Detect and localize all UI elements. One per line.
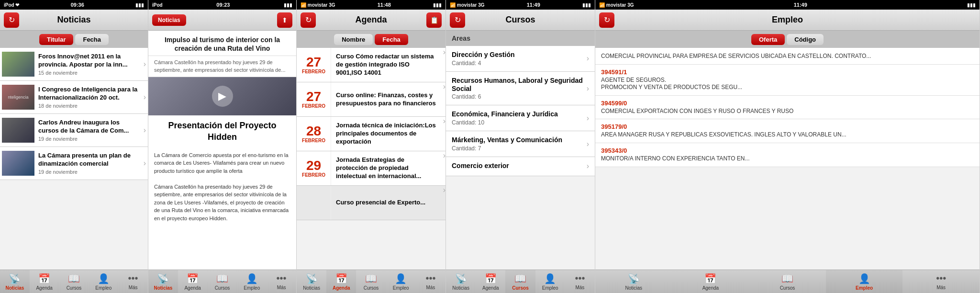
tab-agenda-3[interactable]: 📅 Agenda bbox=[326, 270, 356, 293]
tab-mas-5[interactable]: ••• Más bbox=[902, 270, 980, 293]
area-content-5: Comercio exterior bbox=[452, 162, 587, 171]
area-item-1[interactable]: Dirección y Gestión Cantidad: 4 › bbox=[446, 46, 595, 72]
tab-label-cursos-3: Cursos bbox=[364, 285, 379, 291]
tab-agenda-5[interactable]: 📅 Agenda bbox=[672, 270, 749, 293]
area-item-4[interactable]: Márketing, Ventas y Comunicación Cantida… bbox=[446, 131, 595, 157]
filter-nombre-button[interactable]: Nombre bbox=[334, 34, 373, 45]
news-content-2: I Congreso de Inteligencia para la Inter… bbox=[38, 86, 142, 109]
empleo-title-5: MONITOR/A INTERNO CON EXPERIENCIA TANTO … bbox=[601, 155, 974, 163]
tab-label-mas-4: Más bbox=[575, 285, 584, 290]
news-item-2[interactable]: nteligencia I Congreso de Inteligencia p… bbox=[0, 81, 148, 114]
status-bar-2: iPod 09:23 ▮▮▮ bbox=[148, 0, 296, 10]
share-icon[interactable]: ⬆ bbox=[277, 12, 292, 28]
empleo-item-2[interactable]: 394591/1 AGENTE DE SEGUROS. PROMOCION Y … bbox=[595, 65, 980, 96]
chevron-icon-3: › bbox=[144, 126, 146, 135]
news-title-2: I Congreso de Inteligencia para la Inter… bbox=[38, 86, 142, 102]
empleo-item-3[interactable]: 394599/0 COMERCIAL EXPORTACION CON INGES… bbox=[595, 96, 980, 120]
filter-oferta-button[interactable]: Oferta bbox=[751, 34, 785, 45]
news-item-4[interactable]: La Cámara presenta un plan de dinamizaci… bbox=[0, 147, 148, 180]
tab-empleo-1[interactable]: 👤 Empleo bbox=[89, 270, 118, 293]
agenda-item-2[interactable]: 27 FEBRERO Curso online: Finanzas, coste… bbox=[297, 82, 445, 117]
news-date-1: 15 de noviembre bbox=[38, 70, 142, 76]
tab-noticias-3[interactable]: 📡 Noticias bbox=[297, 270, 326, 293]
tab-empleo-3[interactable]: 👤 Empleo bbox=[386, 270, 416, 293]
agenda-item-5[interactable]: Curso presencial de Experto... › bbox=[297, 186, 445, 220]
area-name-3: Económica, Financiera y Jurídica bbox=[452, 110, 587, 118]
tab-icon-empleo-3: 👤 bbox=[395, 273, 407, 284]
calendar-icon-btn[interactable]: 📋 bbox=[426, 12, 442, 28]
refresh-icon-5[interactable]: ↻ bbox=[599, 12, 614, 28]
area-item-2[interactable]: Recursos Humanos, Laboral y Seguridad So… bbox=[446, 72, 595, 106]
tab-cursos-4[interactable]: 📖 Cursos bbox=[505, 270, 535, 293]
agenda-item-1[interactable]: 27 FEBRERO Curso Cómo redactar un sistem… bbox=[297, 48, 445, 82]
tab-empleo-2[interactable]: 👤 Empleo bbox=[237, 270, 267, 293]
empleo-item-4[interactable]: 395179/0 AREA MANAGER RUSA Y REPUBLICAS … bbox=[595, 119, 980, 143]
chevron-icon-1: › bbox=[144, 60, 146, 68]
area-chevron-2: › bbox=[587, 84, 589, 93]
agenda-day-4: 29 bbox=[306, 159, 321, 172]
empleo-code-4: 395179/0 bbox=[601, 123, 974, 130]
tab-empleo-5[interactable]: 👤 Empleo bbox=[826, 270, 903, 293]
filter-fecha-button[interactable]: Fecha bbox=[75, 34, 109, 45]
tab-mas-3[interactable]: ••• Más bbox=[416, 270, 445, 293]
empleo-code-3: 394599/0 bbox=[601, 100, 974, 107]
tab-noticias-4[interactable]: 📡 Noticias bbox=[446, 270, 476, 293]
tab-mas-1[interactable]: ••• Más bbox=[118, 270, 148, 293]
agenda-title-3: Jornada técnica de iniciación:Los princi… bbox=[336, 122, 437, 146]
tab-mas-4[interactable]: ••• Más bbox=[565, 270, 595, 293]
tab-agenda-2[interactable]: 📅 Agenda bbox=[178, 270, 208, 293]
tab-icon-empleo-2: 👤 bbox=[246, 273, 258, 284]
tab-label-mas-3: Más bbox=[426, 285, 435, 290]
filter-codigo-button[interactable]: Código bbox=[787, 34, 824, 45]
agenda-content-5: Curso presencial de Experto... bbox=[331, 186, 441, 220]
tab-noticias-5[interactable]: 📡 Noticias bbox=[595, 270, 672, 293]
tab-cursos-5[interactable]: 📖 Cursos bbox=[749, 270, 826, 293]
refresh-button-1[interactable]: ↻ bbox=[4, 12, 19, 28]
news-title-3: Carlos Andreu inaugura los cursos de la … bbox=[38, 119, 142, 135]
tab-noticias-2[interactable]: 📡 Noticias bbox=[148, 270, 178, 293]
play-button[interactable]: ▶ bbox=[212, 86, 233, 107]
news-item-1[interactable]: Foros Innov@net 2011 en la provincia. Ap… bbox=[0, 48, 148, 81]
area-name-2: Recursos Humanos, Laboral y Seguridad So… bbox=[452, 77, 587, 93]
calendar-icon[interactable]: 📋 bbox=[426, 12, 442, 28]
areas-list: Dirección y Gestión Cantidad: 4 › Recurs… bbox=[446, 46, 595, 270]
back-label[interactable]: Noticias bbox=[152, 14, 186, 26]
back-button[interactable]: Noticias bbox=[152, 14, 186, 26]
agenda-month-1: FEBRERO bbox=[302, 69, 325, 74]
refresh-icon-1[interactable]: ↻ bbox=[4, 12, 19, 28]
filter-titular-button[interactable]: Titular bbox=[39, 34, 74, 45]
empleo-title-1: COMERCIAL PROVINCIAL PARA EMPRESA DE SER… bbox=[601, 53, 974, 60]
refresh-button-5[interactable]: ↻ bbox=[599, 12, 614, 28]
news-item-3[interactable]: Carlos Andreu inaugura los cursos de la … bbox=[0, 114, 148, 147]
tab-cursos-3[interactable]: 📖 Cursos bbox=[356, 270, 386, 293]
refresh-icon-3[interactable]: ↻ bbox=[301, 12, 316, 28]
share-button[interactable]: ⬆ bbox=[277, 12, 292, 28]
refresh-button-4[interactable]: ↻ bbox=[450, 12, 465, 28]
area-item-3[interactable]: Económica, Financiera y Jurídica Cantida… bbox=[446, 105, 595, 131]
area-count-3: Cantidad: 10 bbox=[452, 119, 587, 126]
tab-cursos-1[interactable]: 📖 Cursos bbox=[59, 270, 89, 293]
tab-noticias-1[interactable]: 📡 Noticias bbox=[0, 270, 30, 293]
filter-fecha-button-3[interactable]: Fecha bbox=[375, 34, 408, 45]
tab-label-noticias-4: Noticias bbox=[452, 285, 469, 291]
empleo-item-5[interactable]: 395343/0 MONITOR/A INTERNO CON EXPERIENC… bbox=[595, 143, 980, 167]
tab-icon-mas-2: ••• bbox=[277, 273, 287, 284]
nav-title-5: Empleo bbox=[772, 15, 803, 25]
nav-title-1: Noticias bbox=[57, 15, 90, 25]
battery-1: ▮▮▮ bbox=[135, 2, 144, 8]
tab-empleo-4[interactable]: 👤 Empleo bbox=[535, 270, 565, 293]
agenda-item-4[interactable]: 29 FEBRERO Jornada Estrategias de protec… bbox=[297, 151, 445, 186]
agenda-item-3[interactable]: 28 FEBRERO Jornada técnica de iniciación… bbox=[297, 117, 445, 151]
areas-header: Areas bbox=[446, 31, 595, 46]
tab-agenda-1[interactable]: 📅 Agenda bbox=[30, 270, 59, 293]
tab-label-empleo-2: Empleo bbox=[244, 285, 260, 291]
agenda-day-2: 27 bbox=[306, 90, 321, 103]
tab-agenda-4[interactable]: 📅 Agenda bbox=[476, 270, 505, 293]
refresh-icon-4[interactable]: ↻ bbox=[450, 12, 465, 28]
tab-icon-empleo-1: 👤 bbox=[98, 273, 110, 284]
empleo-item-1[interactable]: COMERCIAL PROVINCIAL PARA EMPRESA DE SER… bbox=[595, 48, 980, 65]
tab-cursos-2[interactable]: 📖 Cursos bbox=[208, 270, 237, 293]
tab-mas-2[interactable]: ••• Más bbox=[267, 270, 296, 293]
area-item-5[interactable]: Comercio exterior › bbox=[446, 157, 595, 176]
refresh-button-3[interactable]: ↻ bbox=[301, 12, 316, 28]
